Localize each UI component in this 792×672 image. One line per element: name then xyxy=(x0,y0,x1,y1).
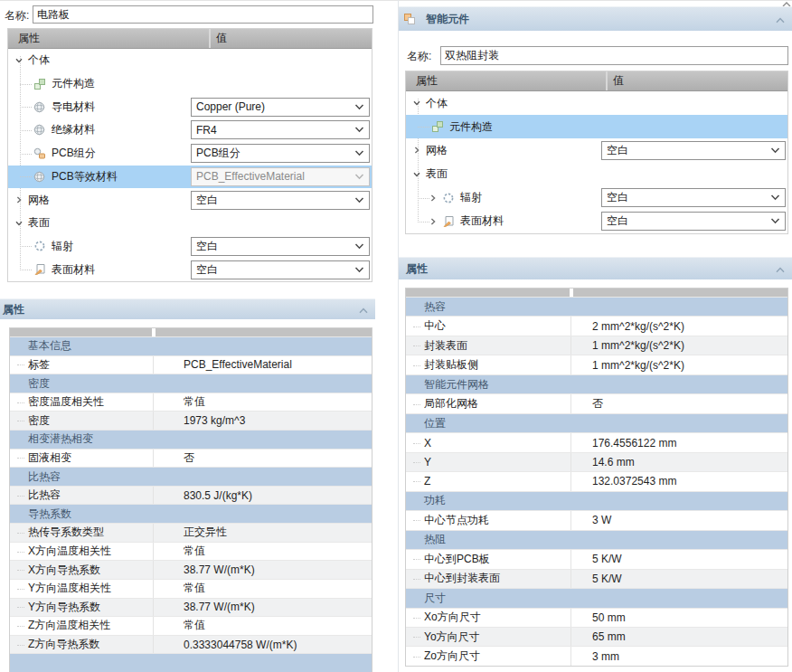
group-row[interactable]: 相变潜热相变 xyxy=(10,430,372,449)
tree-value-zone xyxy=(191,212,372,235)
group-row[interactable] xyxy=(10,653,372,672)
smart-component-icon xyxy=(403,13,416,25)
table-row[interactable]: Z方向温度相关性常值 xyxy=(10,616,372,635)
tree-row-mesh[interactable]: 网格 空白 xyxy=(8,188,372,212)
smart-component-header[interactable]: 智能元件 xyxy=(399,6,792,31)
group-row[interactable]: 比热容 xyxy=(10,467,372,486)
top-divider xyxy=(0,0,792,1)
chevron-down-icon[interactable] xyxy=(14,55,24,66)
prop-value: 1 mm^2*kg/(s^2*K) xyxy=(570,355,787,374)
dropdown-value: 空白 xyxy=(607,190,628,205)
dropdown-insulating-material[interactable]: FR4 xyxy=(191,120,370,139)
name-input[interactable] xyxy=(33,5,373,24)
table-row[interactable]: 比热容830.5 J/(kg*K) xyxy=(10,486,372,505)
table-row[interactable]: X方向温度相关性常值 xyxy=(10,542,372,561)
group-row[interactable]: 热阻 xyxy=(406,530,787,549)
chevron-right-icon[interactable] xyxy=(411,145,422,156)
tree-row-individual[interactable]: 个体 xyxy=(8,49,372,72)
table-row[interactable]: 密度1973 kg/m^3 xyxy=(10,411,372,430)
tree-row-component-construction[interactable]: 元件构造 xyxy=(8,72,372,96)
dropdown-surface-material[interactable]: 空白 xyxy=(601,212,786,231)
group-row[interactable]: 热容 xyxy=(406,297,787,316)
tree-label-zone: PCB等效材料 xyxy=(8,166,191,189)
name-input[interactable] xyxy=(440,46,788,65)
attributes-section-header[interactable]: 属性 xyxy=(399,257,792,279)
table-row[interactable]: 中心节点功耗3 W xyxy=(406,510,787,529)
chevron-down-icon[interactable] xyxy=(411,98,422,109)
table-row[interactable]: X方向导热系数38.77 W/(m*K) xyxy=(10,560,372,579)
group-row[interactable]: 尺寸 xyxy=(406,588,787,607)
chevron-right-icon[interactable] xyxy=(428,193,438,203)
tree-row-pcb-effective-material[interactable]: PCB等效材料 PCB_EffectiveMaterial xyxy=(8,166,372,189)
table-row[interactable]: Zo方向尺寸3 mm xyxy=(406,646,787,665)
table-row[interactable]: 局部化网格否 xyxy=(406,393,787,412)
table-row[interactable]: Z方向导热系数0.3333044758 W/(m*K) xyxy=(10,635,372,654)
table-row[interactable]: 中心2 mm^2*kg/(s^2*K) xyxy=(406,316,787,335)
dropdown-conductive-material[interactable]: Copper (Pure) xyxy=(191,98,370,117)
table-row[interactable]: 密度温度相关性常值 xyxy=(10,393,372,412)
tree-row-mesh[interactable]: 网格 空白 xyxy=(406,138,787,162)
tree-label-zone: 表面材料 xyxy=(406,210,601,233)
group-row[interactable]: 功耗 xyxy=(406,491,787,510)
chevron-up-icon[interactable] xyxy=(359,308,368,314)
chevron-down-icon[interactable] xyxy=(411,169,422,180)
attributes-section-header[interactable]: 属性 xyxy=(0,298,375,319)
tree-row-radiation[interactable]: 辐射 空白 xyxy=(406,186,787,210)
table-row[interactable]: 标签PCB_EffectiveMaterial xyxy=(10,355,372,374)
table-row[interactable]: 中心到封装表面5 K/W xyxy=(406,569,787,588)
tree-row-radiation[interactable]: 辐射 空白 xyxy=(8,235,372,259)
tree-row-individual[interactable]: 个体 xyxy=(406,91,787,115)
prop-label: 标签 xyxy=(10,356,153,374)
tree-row-surface[interactable]: 表面 xyxy=(406,163,787,186)
table-column-headers xyxy=(406,289,787,297)
table-row[interactable]: X176.4556122 mm xyxy=(406,432,787,451)
tree-item-label: 表面 xyxy=(426,166,448,182)
table-row[interactable]: 封装贴板侧1 mm^2*kg/(s^2*K) xyxy=(406,355,787,374)
dropdown-pcb-component[interactable]: PCB组分 xyxy=(191,144,370,163)
dropdown-value: Copper (Pure) xyxy=(196,100,265,113)
chevron-up-icon[interactable] xyxy=(776,17,785,24)
group-row[interactable]: 基本信息 xyxy=(10,336,372,355)
tree-value-zone xyxy=(191,49,372,72)
tree-row-surface[interactable]: 表面 xyxy=(8,212,372,235)
tree-row-pcb-component[interactable]: PCB组分 PCB组分 xyxy=(8,142,372,166)
group-row[interactable]: 密度 xyxy=(10,374,372,393)
tree-value-zone xyxy=(191,72,372,96)
tree-row-surface-material[interactable]: 表面材料 空白 xyxy=(406,210,787,233)
dropdown-radiation[interactable]: 空白 xyxy=(601,188,786,207)
table-row[interactable]: Y方向导热系数38.77 W/(m*K) xyxy=(10,598,372,617)
table-row[interactable]: 封装表面1 mm^2*kg/(s^2*K) xyxy=(406,336,787,355)
dropdown-surface-material[interactable]: 空白 xyxy=(191,260,370,279)
table-row[interactable]: Z132.0372543 mm xyxy=(406,471,787,490)
prop-label: 中心到封装表面 xyxy=(406,570,570,588)
table-row[interactable]: 中心到PCB板5 K/W xyxy=(406,549,787,568)
prop-label: 局部化网格 xyxy=(406,394,570,412)
tree-row-insulating-material[interactable]: 绝缘材料 FR4 xyxy=(8,118,372,142)
dropdown-mesh[interactable]: 空白 xyxy=(601,141,786,160)
section-title: 属性 xyxy=(406,261,428,277)
chevron-right-icon[interactable] xyxy=(428,216,438,227)
table-row[interactable]: 热传导系数类型正交异性 xyxy=(10,523,372,542)
group-row[interactable]: 导热系数 xyxy=(10,504,372,523)
table-row[interactable]: 固液相变否 xyxy=(10,449,372,468)
tree-row-conductive-material[interactable]: 导电材料 Copper (Pure) xyxy=(8,95,372,118)
tree-label-zone: 导电材料 xyxy=(8,95,191,118)
tree-value-zone: PCB组分 xyxy=(191,142,372,166)
chevron-down-icon[interactable] xyxy=(14,218,24,229)
chevron-up-icon[interactable] xyxy=(776,267,785,273)
prop-label: Yo方向尺寸 xyxy=(406,628,570,646)
tree-row-surface-material[interactable]: 表面材料 空白 xyxy=(8,258,372,281)
tree-row-component-construction[interactable]: 元件构造 xyxy=(406,115,787,138)
table-row[interactable]: Xo方向尺寸50 mm xyxy=(406,608,787,627)
dropdown-mesh[interactable]: 空白 xyxy=(191,191,370,210)
prop-value: 2 mm^2*kg/(s^2*K) xyxy=(570,317,787,335)
table-row[interactable]: Y14.6 mm xyxy=(406,452,787,471)
table-row[interactable]: Y方向温度相关性常值 xyxy=(10,579,372,598)
chevron-right-icon[interactable] xyxy=(14,194,24,205)
table-row[interactable]: Yo方向尺寸65 mm xyxy=(406,627,787,646)
group-row[interactable]: 智能元件网格 xyxy=(406,374,787,393)
dropdown-pcb-effective-material[interactable]: PCB_EffectiveMaterial xyxy=(191,167,370,186)
tree-body: 个体 元件构造 导电材料 xyxy=(8,49,372,281)
group-row[interactable]: 位置 xyxy=(406,413,787,432)
dropdown-radiation[interactable]: 空白 xyxy=(191,237,370,256)
